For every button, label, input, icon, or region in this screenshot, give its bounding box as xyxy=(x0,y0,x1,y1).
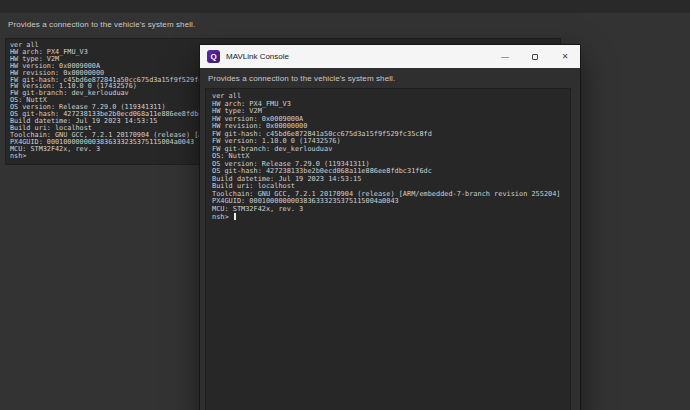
shell-prompt: nsh> xyxy=(10,152,30,160)
window-titlebar[interactable]: Q MAVLink Console — ✕ xyxy=(200,45,580,68)
close-button[interactable]: ✕ xyxy=(550,45,580,68)
maximize-icon xyxy=(532,54,538,60)
window-description: Provides a connection to the vehicle's s… xyxy=(200,68,580,87)
text-cursor xyxy=(234,213,236,220)
window-controls: — ✕ xyxy=(490,45,580,68)
shell-prompt: nsh> xyxy=(212,213,233,221)
background-top-strip xyxy=(0,0,690,13)
maximize-button[interactable] xyxy=(520,45,550,68)
minimize-button[interactable]: — xyxy=(490,45,520,68)
qgroundcontrol-icon-letter: Q xyxy=(210,52,216,61)
close-icon: ✕ xyxy=(562,53,569,61)
qgroundcontrol-icon: Q xyxy=(207,50,220,63)
mavlink-console-window: Q MAVLink Console — ✕ Provides a connect… xyxy=(200,45,580,410)
window-title: MAVLink Console xyxy=(226,52,490,61)
mavlink-console-output-area[interactable]: ver all HW arch: PX4_FMU_V3 HW type: V2M… xyxy=(205,88,571,410)
console-output: ver all HW arch: PX4_FMU_V3 HW type: V2M… xyxy=(212,93,564,213)
background-description: Provides a connection to the vehicle's s… xyxy=(8,20,195,29)
minimize-icon: — xyxy=(501,53,509,61)
shell-prompt-line: nsh> xyxy=(212,213,564,222)
